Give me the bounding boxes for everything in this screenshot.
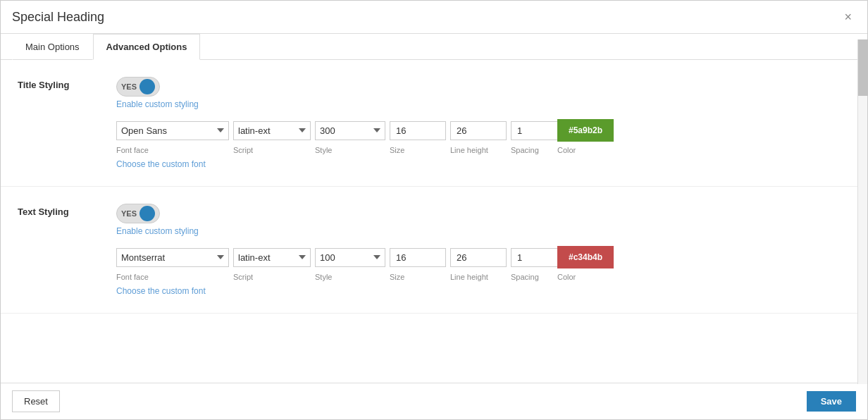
title-lineheight-input[interactable] (450, 121, 507, 140)
text-styling-section: Text Styling YES Enable custom styling M… (1, 187, 867, 314)
title-color-group: #5a9b2b (557, 119, 614, 142)
title-style-select[interactable]: 300 400 700 (315, 121, 385, 140)
text-toggle-row: YES (116, 204, 850, 223)
text-lineheight-group (450, 248, 507, 267)
close-button[interactable]: × (840, 9, 856, 25)
tab-advanced-options[interactable]: Advanced Options (93, 34, 201, 60)
title-enable-label: Enable custom styling (116, 99, 850, 109)
title-script-select[interactable]: latin-ext latin cyrillic (233, 121, 311, 140)
title-toggle-row: YES (116, 77, 850, 97)
text-size-group (390, 248, 446, 267)
text-color-label: Color (557, 273, 576, 281)
title-font-face-label: Font face (116, 146, 149, 154)
text-controls-row: Montserrat Open Sans Arial latin-ext lat… (116, 246, 850, 268)
title-script-label: Script (233, 146, 253, 154)
scrollbar-track[interactable] (857, 39, 867, 384)
text-lineheight-label: Line height (450, 273, 488, 281)
dialog: Special Heading × Main Options Advanced … (0, 0, 868, 420)
title-script-group: latin-ext latin cyrillic (233, 121, 311, 140)
text-toggle-yes-label: YES (121, 209, 137, 218)
title-lineheight-label: Line height (450, 146, 488, 154)
title-styling-label: Title Styling (18, 77, 102, 90)
text-style-label: Style (315, 273, 332, 281)
text-toggle[interactable]: YES (116, 204, 160, 223)
title-toggle-yes-label: YES (121, 82, 137, 91)
text-size-label: Size (390, 273, 404, 281)
text-lineheight-input[interactable] (450, 248, 507, 267)
text-custom-font-link[interactable]: Choose the custom font (116, 286, 850, 296)
text-style-select[interactable]: 100 300 400 700 (315, 248, 385, 267)
title-toggle-dot (140, 79, 155, 94)
title-styling-section: Title Styling YES Enable custom styling … (1, 60, 867, 187)
title-styling-content: YES Enable custom styling Open Sans Aria… (116, 77, 850, 169)
text-spacing-label: Spacing (511, 273, 539, 281)
title-labels-row: Font face Script Style Size Line height … (116, 144, 850, 155)
dialog-header: Special Heading × (1, 1, 867, 34)
reset-button[interactable]: Reset (12, 390, 60, 412)
title-color-label: Color (557, 146, 576, 154)
tab-main-options[interactable]: Main Options (12, 34, 93, 60)
text-toggle-dot (140, 206, 155, 221)
text-font-face-group: Montserrat Open Sans Arial (116, 248, 229, 267)
title-font-face-group: Open Sans Arial Montserrat (116, 121, 229, 140)
dialog-footer: Reset Save (1, 383, 867, 419)
text-font-face-select[interactable]: Montserrat Open Sans Arial (116, 248, 229, 267)
text-spacing-group (511, 248, 553, 267)
title-style-group: 300 400 700 (315, 121, 385, 140)
scrollbar-thumb[interactable] (858, 39, 868, 96)
text-styling-content: YES Enable custom styling Montserrat Ope… (116, 204, 850, 296)
dialog-body: Title Styling YES Enable custom styling … (1, 60, 867, 383)
title-custom-font-link[interactable]: Choose the custom font (116, 159, 850, 169)
title-style-label: Style (315, 146, 332, 154)
text-size-input[interactable] (390, 248, 446, 267)
title-font-face-select[interactable]: Open Sans Arial Montserrat (116, 121, 229, 140)
text-font-face-label: Font face (116, 273, 149, 281)
text-color-button[interactable]: #c34b4b (557, 246, 614, 268)
title-size-input[interactable] (390, 121, 446, 140)
title-toggle[interactable]: YES (116, 77, 160, 97)
dialog-title: Special Heading (12, 10, 104, 25)
text-styling-label: Text Styling (18, 204, 102, 217)
title-spacing-label: Spacing (511, 146, 539, 154)
save-button[interactable]: Save (807, 391, 856, 412)
text-labels-row: Font face Script Style Size Line height … (116, 271, 850, 282)
title-size-group (390, 121, 446, 140)
text-style-group: 100 300 400 700 (315, 248, 385, 267)
tabs-bar: Main Options Advanced Options (1, 34, 867, 60)
title-spacing-group (511, 121, 553, 140)
title-size-label: Size (390, 146, 404, 154)
text-enable-label: Enable custom styling (116, 226, 850, 236)
text-script-label: Script (233, 273, 253, 281)
text-script-select[interactable]: latin-ext latin cyrillic (233, 248, 311, 267)
text-script-group: latin-ext latin cyrillic (233, 248, 311, 267)
title-controls-row: Open Sans Arial Montserrat latin-ext lat… (116, 119, 850, 142)
title-color-button[interactable]: #5a9b2b (557, 119, 614, 142)
title-lineheight-group (450, 121, 507, 140)
text-color-group: #c34b4b (557, 246, 614, 268)
